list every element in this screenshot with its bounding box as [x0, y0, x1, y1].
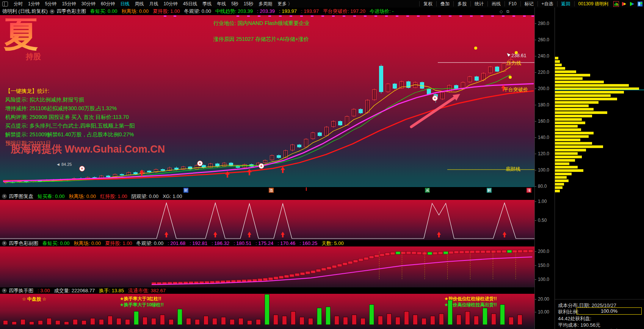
toolbar-button-画线[interactable]: 画线	[487, 1, 505, 6]
stat-segment: : 180.51	[233, 240, 251, 246]
candle-body	[461, 82, 465, 89]
layout-icon[interactable]	[2, 2, 8, 6]
turnover-chart[interactable]: ☆ 中盘股 ☆★换手率大于3红柱!!★换手率大于10绿柱!!★股价低位红柱绿柱进…	[0, 294, 534, 329]
candle-body	[311, 133, 315, 139]
candle-body	[86, 177, 90, 179]
profile-bar	[555, 156, 582, 158]
avg-cost-line	[555, 90, 644, 90]
main-kline-chart[interactable]: 夏 持股 【一键擒龙】统计:风险提示: 拟大比例减持,财报亏损增持减持: 251…	[0, 15, 534, 187]
turnover-bar	[47, 318, 52, 325]
turnover-bar	[143, 317, 147, 325]
stat-segment: 四季图复盘	[9, 193, 33, 199]
trend-dash	[481, 16, 483, 17]
toolbar-button-统计[interactable]: 统计	[470, 1, 487, 6]
candle-body	[236, 166, 240, 167]
turnover-bar	[317, 308, 322, 325]
period-tab-45日线[interactable]: 45日线	[180, 1, 200, 6]
yellow-dash-line	[425, 252, 425, 279]
period-tab-多周期[interactable]: 多周期	[256, 1, 275, 6]
stat-segment: : 170.46	[277, 240, 295, 246]
toolbar-button-复权[interactable]: 复权	[419, 1, 436, 6]
period-tab-月线[interactable]: 月线	[146, 1, 161, 6]
expand-icon[interactable]: ⧉	[506, 9, 509, 14]
period-tab-季线[interactable]: 季线	[200, 1, 214, 6]
period-tab-日线[interactable]: 日线	[118, 1, 132, 6]
profit-ratio-value: 100.0%	[577, 307, 642, 315]
period-tab-10分钟[interactable]: 10分钟	[161, 1, 180, 6]
period-tab-30分钟[interactable]: 30分钟	[79, 1, 98, 6]
stock-code-label: 001309 德明利	[574, 1, 612, 6]
period-tab-分时[interactable]: 分时	[11, 1, 25, 6]
profit-position-line: 44.42处获利盘:	[558, 315, 591, 322]
logo-subtext: 持股	[26, 51, 41, 62]
trend-dash	[428, 16, 430, 17]
back-button[interactable]: 返回	[557, 1, 574, 6]
info-line: 风险提示: 拟大比例减持,财报亏损	[5, 97, 84, 103]
stat-segment: 夏持股: 1.00	[153, 8, 180, 14]
period-tab-年线[interactable]: 年线	[214, 1, 229, 6]
profile-bar	[555, 67, 565, 70]
turnover-bar	[256, 319, 261, 325]
toolbar-button-叠加[interactable]: 叠加	[436, 1, 453, 6]
season-color-subchart[interactable]	[0, 246, 534, 287]
collapse-icon[interactable]: ▾	[2, 241, 7, 246]
turnover-bar	[195, 319, 200, 325]
period-tab-更多 〉[interactable]: 更多 〉	[275, 1, 295, 6]
stat-segment: : 192.81	[190, 240, 207, 246]
period-tab-5分钟[interactable]: 5分钟	[42, 1, 60, 6]
app-window: 分时1分钟5分钟15分钟30分钟60分钟日线周线月线10分钟45日线季线年线5秒…	[0, 0, 644, 329]
profile-bar	[555, 173, 572, 175]
season-tag-激: 激	[269, 188, 274, 193]
candle-body	[386, 84, 390, 92]
kline-mode-icon[interactable]	[613, 1, 619, 7]
stat-segment: 冬观望: 0.00	[184, 8, 211, 14]
prev-stock-icon[interactable]	[621, 1, 627, 7]
profile-bar	[555, 169, 583, 172]
yellow-dash-line	[379, 252, 379, 279]
candle-body	[502, 63, 506, 72]
candle-body	[481, 73, 486, 80]
candle-body	[359, 109, 363, 113]
period-tab-15分钟[interactable]: 15分钟	[59, 1, 78, 6]
turnover-bar	[265, 294, 270, 325]
toolbar-button-多股[interactable]: 多股	[453, 1, 470, 6]
candle-body	[188, 167, 192, 169]
next-stock-icon[interactable]	[629, 1, 635, 7]
profile-bar	[555, 179, 569, 182]
candle-body	[454, 85, 458, 89]
toolbar-button-F10[interactable]: F10	[505, 1, 520, 6]
collapse-icon[interactable]: ▾	[2, 288, 7, 293]
trend-dash	[279, 16, 282, 17]
axis-label: 260.0	[535, 37, 555, 42]
layout-grid-icon[interactable]	[637, 1, 643, 7]
season-review-chart[interactable]	[0, 200, 534, 240]
profile-bar	[555, 77, 583, 80]
yellow-dash-line	[516, 252, 516, 279]
toolbar-button-+自选[interactable]: +自选	[537, 1, 557, 6]
info-line: 增持减持: 251106起拟减持300.00万股,占1.32%	[5, 105, 117, 112]
info-line: 解禁提示: 251009解禁61.40万股，占总股本比例0.27%	[5, 131, 134, 138]
candle-body	[400, 81, 404, 89]
period-tab-1分钟[interactable]: 1分钟	[25, 1, 42, 6]
toolbar-button-标记[interactable]: 标记	[520, 1, 537, 6]
season-tag-财: 财	[183, 188, 188, 193]
stat-segment: : 193.97	[279, 8, 297, 14]
turnover-bar	[378, 316, 383, 325]
profile-bar	[555, 101, 599, 104]
period-tab-15秒[interactable]: 15秒	[241, 1, 256, 6]
profile-bar	[555, 118, 582, 121]
period-tab-5秒[interactable]: 5秒	[229, 1, 241, 6]
candle-body	[58, 179, 63, 181]
axis-label: 160.0	[535, 119, 555, 124]
collapse-icon[interactable]: ▾	[2, 194, 7, 199]
candle-body	[120, 174, 124, 175]
info-line: 【一键擒龙】统计:	[5, 88, 49, 95]
turnover-bar	[238, 318, 243, 325]
period-tab-60分钟[interactable]: 60分钟	[98, 1, 118, 6]
candle-body	[495, 67, 499, 72]
profile-bar	[555, 149, 586, 151]
candle-body	[413, 82, 417, 88]
period-tab-周线[interactable]: 周线	[132, 1, 146, 6]
diamond-icon[interactable]: ◇	[500, 9, 503, 14]
collapse-icon[interactable]: ▾	[50, 9, 55, 14]
